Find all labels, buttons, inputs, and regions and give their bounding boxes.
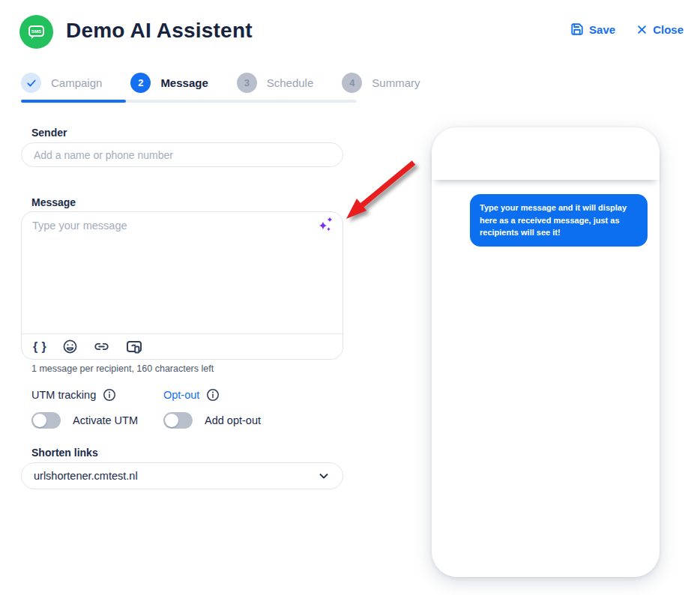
- red-annotation-arrow: [332, 148, 429, 230]
- landing-page-button[interactable]: [125, 338, 143, 356]
- sms-channel-icon: SMS: [19, 15, 53, 49]
- message-textarea[interactable]: Type your message: [22, 212, 343, 333]
- sender-label: Sender: [31, 127, 67, 139]
- message-placeholder: Type your message: [32, 220, 127, 232]
- shorten-links-value: urlshortener.cmtest.nl: [34, 470, 317, 482]
- tab-campaign[interactable]: Campaign: [21, 73, 102, 93]
- tab-summary-label: Summary: [372, 76, 420, 89]
- opt-out-link[interactable]: Opt-out: [163, 389, 199, 401]
- activate-utm-toggle[interactable]: [31, 412, 61, 429]
- opt-out-group: Opt-out: [163, 388, 220, 402]
- header-actions: Save Close: [570, 22, 684, 36]
- campaign-editor-window: SMS Demo AI Assistent Save Close: [0, 0, 700, 595]
- svg-text:SMS: SMS: [31, 28, 41, 34]
- shorten-links-select[interactable]: urlshortener.cmtest.nl: [21, 462, 343, 489]
- personalization-braces-button[interactable]: { }: [33, 338, 47, 356]
- message-toolbar: { }: [22, 333, 343, 359]
- emoji-icon: [62, 339, 78, 354]
- save-button[interactable]: Save: [570, 22, 615, 36]
- character-counter: 1 message per recipient, 160 characters …: [31, 363, 214, 374]
- tab-schedule-step-number: 3: [237, 73, 257, 93]
- page-title: Demo AI Assistent: [66, 19, 253, 43]
- step-progress-bar: [21, 100, 126, 103]
- activate-utm-label: Activate UTM: [73, 414, 138, 426]
- sender-input[interactable]: [21, 142, 343, 167]
- tab-message[interactable]: 2 Message: [130, 73, 208, 93]
- link-icon: [93, 338, 110, 355]
- phone-preview: Type your message and it will display he…: [432, 127, 660, 577]
- sms-bubble-icon: SMS: [26, 22, 46, 42]
- close-label: Close: [653, 23, 684, 36]
- close-icon: [636, 24, 648, 35]
- campaign-check-icon: [21, 73, 41, 93]
- emoji-button[interactable]: [62, 338, 78, 356]
- preview-message-bubble: Type your message and it will display he…: [470, 194, 648, 247]
- opt-out-info-icon[interactable]: [206, 388, 220, 402]
- landing-page-icon: [125, 338, 143, 356]
- step-tabs: Campaign 2 Message 3 Schedule 4 Summary: [21, 73, 357, 103]
- insert-link-button[interactable]: [93, 338, 110, 356]
- tab-message-step-number: 2: [130, 73, 151, 93]
- add-opt-out-toggle[interactable]: [163, 412, 193, 429]
- utm-tracking-group: UTM tracking: [31, 388, 116, 402]
- save-icon: [570, 22, 584, 36]
- save-label: Save: [589, 23, 615, 36]
- activate-utm-row: Activate UTM: [31, 412, 138, 429]
- close-button[interactable]: Close: [636, 23, 684, 36]
- message-editor: Type your message { }: [21, 211, 343, 360]
- step-progress-track: [21, 100, 357, 103]
- ai-assistant-button[interactable]: [316, 216, 337, 237]
- tab-message-label: Message: [160, 76, 208, 89]
- sparkles-icon: [317, 217, 335, 236]
- tab-schedule-label: Schedule: [267, 76, 314, 89]
- add-opt-out-label: Add opt-out: [205, 414, 261, 426]
- tab-summary-step-number: 4: [342, 73, 362, 93]
- shorten-links-label: Shorten links: [31, 447, 98, 459]
- braces-icon: { }: [33, 340, 47, 354]
- tab-schedule[interactable]: 3 Schedule: [237, 73, 314, 93]
- add-opt-out-row: Add opt-out: [163, 412, 261, 429]
- phone-preview-header: [432, 127, 660, 180]
- utm-info-icon[interactable]: [103, 388, 116, 402]
- message-label: Message: [31, 196, 76, 208]
- utm-tracking-label: UTM tracking: [31, 389, 96, 401]
- chevron-down-icon: [317, 469, 331, 483]
- tab-summary[interactable]: 4 Summary: [342, 73, 420, 93]
- tab-campaign-label: Campaign: [51, 76, 102, 89]
